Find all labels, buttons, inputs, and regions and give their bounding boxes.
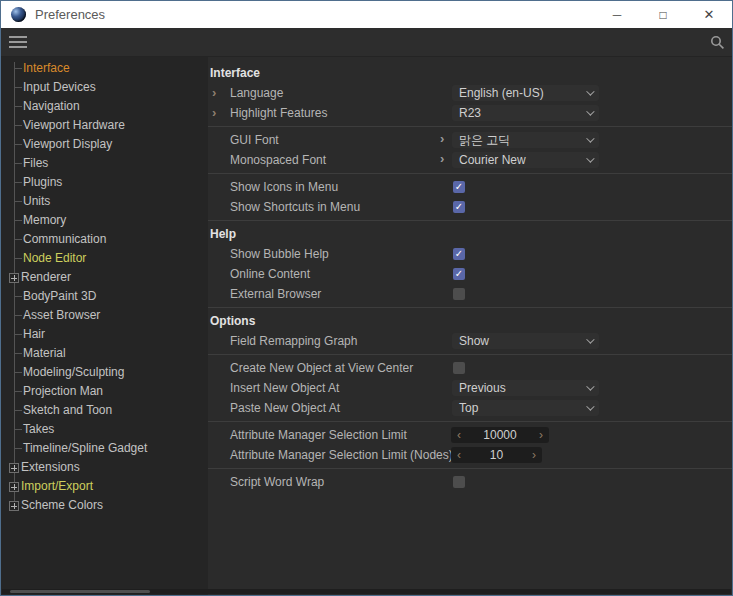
sidebar-item-scheme-colors[interactable]: Scheme Colors [1,496,208,515]
dropdown-field-remapping-graph[interactable]: Show [452,333,599,349]
sidebar-item-takes[interactable]: Takes [1,420,208,439]
sidebar-item-memory[interactable]: Memory [1,211,208,230]
sidebar-item-label: Material [23,346,66,360]
sidebar-item-label: Renderer [21,270,71,284]
sidebar-item-extensions[interactable]: Extensions [1,458,208,477]
settings-row: ›Highlight FeaturesR23 [208,103,732,123]
settings-row: Paste New Object AtTop [208,398,732,418]
settings-row: Attribute Manager Selection Limit‹10000› [208,425,732,445]
dropdown-highlight-features[interactable]: R23 [452,105,599,121]
sidebar-item-node-editor[interactable]: Node Editor [1,249,208,268]
stepper-value[interactable]: 10000 [461,428,539,443]
setting-label: Create New Object at View Center [230,358,413,378]
sidebar-item-input-devices[interactable]: Input Devices [1,78,208,97]
sidebar-item-timeline-spline-gadget[interactable]: Timeline/Spline Gadget [1,439,208,458]
dropdown-insert-new-object-at[interactable]: Previous [452,380,599,396]
checkbox-show-icons-in-menu[interactable]: ✓ [453,181,465,193]
separator [208,468,732,469]
close-button[interactable]: ✕ [686,1,732,28]
search-icon[interactable] [710,35,725,50]
increment-icon[interactable]: › [539,428,543,442]
sidebar-item-modeling-sculpting[interactable]: Modeling/Sculpting [1,363,208,382]
sidebar-item-label: Hair [23,327,45,341]
sidebar-item-files[interactable]: Files [1,154,208,173]
expand-arrow-icon[interactable]: › [440,149,444,169]
expand-arrow-icon[interactable]: › [440,129,444,149]
sidebar-item-bodypaint-3d[interactable]: BodyPaint 3D [1,287,208,306]
sidebar-item-label: BodyPaint 3D [23,289,96,303]
sidebar-item-hair[interactable]: Hair [1,325,208,344]
expand-arrow-icon[interactable]: › [212,103,216,123]
checkbox-online-content[interactable]: ✓ [453,268,465,280]
setting-label: Paste New Object At [230,398,340,418]
scrollbar-thumb[interactable] [10,590,150,593]
sidebar-item-label: Input Devices [23,80,96,94]
separator [208,421,732,422]
sidebar-item-label: Sketch and Toon [23,403,112,417]
chevron-down-icon [586,87,594,95]
sidebar-item-material[interactable]: Material [1,344,208,363]
sidebar-item-projection-man[interactable]: Projection Man [1,382,208,401]
expand-plus-icon[interactable] [9,482,19,492]
separator [208,307,732,308]
dropdown-value: Top [459,401,478,416]
sidebar-item-import-export[interactable]: Import/Export [1,477,208,496]
preferences-window: Preferences ─ □ ✕ InterfaceInput Devices… [0,0,733,596]
settings-row: Insert New Object AtPrevious [208,378,732,398]
dropdown-language[interactable]: English (en-US) [452,85,599,101]
sidebar-item-plugins[interactable]: Plugins [1,173,208,192]
category-sidebar: InterfaceInput DevicesNavigationViewport… [1,57,208,596]
sidebar-item-communication[interactable]: Communication [1,230,208,249]
checkbox-create-new-object-at-view-center[interactable] [453,362,465,374]
hamburger-menu-icon[interactable] [9,36,27,48]
sidebar-item-renderer[interactable]: Renderer [1,268,208,287]
sidebar-item-navigation[interactable]: Navigation [1,97,208,116]
horizontal-scrollbar[interactable] [2,589,731,594]
settings-row: Online Content✓ [208,264,732,284]
sidebar-item-sketch-and-toon[interactable]: Sketch and Toon [1,401,208,420]
sidebar-item-viewport-display[interactable]: Viewport Display [1,135,208,154]
dropdown-paste-new-object-at[interactable]: Top [452,400,599,416]
setting-label: Show Icons in Menu [230,177,338,197]
sidebar-item-units[interactable]: Units [1,192,208,211]
expand-plus-icon[interactable] [9,501,19,511]
minimize-button[interactable]: ─ [594,1,640,28]
settings-row: ›LanguageEnglish (en-US) [208,83,732,103]
increment-icon[interactable]: › [532,448,536,462]
setting-label: Script Word Wrap [230,472,324,492]
category-tree: InterfaceInput DevicesNavigationViewport… [1,59,208,515]
stepper-value[interactable]: 10 [461,448,532,463]
maximize-button[interactable]: □ [640,1,686,28]
sidebar-item-interface[interactable]: Interface [1,59,208,78]
dropdown-monospaced-font[interactable]: Courier New [452,152,599,168]
settings-panel: Interface›LanguageEnglish (en-US)›Highli… [208,57,732,596]
chevron-down-icon [586,134,594,142]
sidebar-item-viewport-hardware[interactable]: Viewport Hardware [1,116,208,135]
setting-label: GUI Font [230,130,279,150]
dropdown-gui-font[interactable]: 맑은 고딕 [452,132,599,148]
dialog-body: InterfaceInput DevicesNavigationViewport… [1,57,732,596]
setting-label: Highlight Features [230,103,327,123]
setting-label: Field Remapping Graph [230,331,357,351]
expand-arrow-icon[interactable]: › [212,83,216,103]
sidebar-item-asset-browser[interactable]: Asset Browser [1,306,208,325]
section-header-help: Help [208,224,732,244]
chevron-down-icon [586,382,594,390]
sidebar-item-label: Navigation [23,99,80,113]
setting-label: Language [230,83,283,103]
sidebar-item-label: Communication [23,232,106,246]
window-controls: ─ □ ✕ [594,1,732,28]
chevron-down-icon [586,402,594,410]
sidebar-item-label: Timeline/Spline Gadget [23,441,147,455]
checkbox-show-bubble-help[interactable]: ✓ [453,248,465,260]
separator [208,220,732,221]
toolbar [1,28,732,57]
separator [208,173,732,174]
sidebar-item-label: Modeling/Sculpting [23,365,124,379]
expand-plus-icon[interactable] [9,273,19,283]
expand-plus-icon[interactable] [9,463,19,473]
checkbox-external-browser[interactable] [453,288,465,300]
sidebar-item-label: Viewport Hardware [23,118,125,132]
checkbox-show-shortcuts-in-menu[interactable]: ✓ [453,201,465,213]
checkbox-script-word-wrap[interactable] [453,476,465,488]
